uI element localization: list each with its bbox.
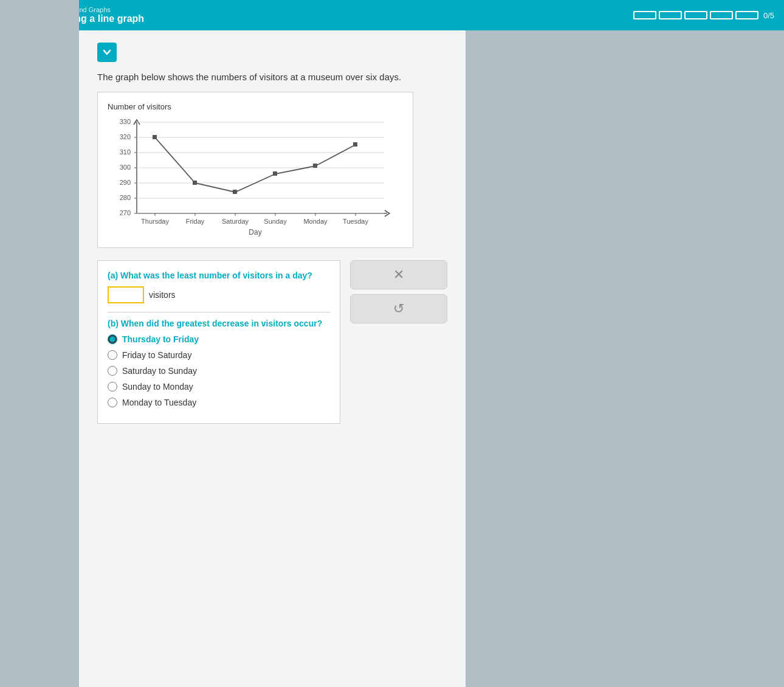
svg-text:Sunday: Sunday: [264, 218, 287, 225]
graph-container: Number of visitors: [97, 92, 413, 248]
option-label-friday-saturday: Friday to Saturday: [122, 350, 191, 360]
svg-text:Thursday: Thursday: [141, 218, 169, 225]
svg-text:270: 270: [120, 209, 131, 216]
progress-seg-5: [735, 11, 758, 19]
option-sunday-monday[interactable]: Sunday to Monday: [108, 382, 330, 392]
option-label-monday-tuesday: Monday to Tuesday: [122, 398, 196, 407]
option-monday-tuesday[interactable]: Monday to Tuesday: [108, 398, 330, 407]
questions-row: (a) What was the least number of visitor…: [97, 260, 447, 424]
radio-monday-tuesday[interactable]: [108, 398, 117, 407]
sidebar: [0, 0, 79, 687]
collapse-button[interactable]: [97, 43, 117, 62]
svg-text:Monday: Monday: [303, 218, 328, 225]
svg-text:Friday: Friday: [186, 218, 205, 225]
radio-friday-saturday[interactable]: [108, 350, 117, 360]
graph-title: Number of visitors: [108, 102, 403, 111]
question-b-label: (b) When did the greatest decrease in vi…: [108, 319, 330, 328]
svg-rect-38: [233, 190, 237, 194]
question-box: (a) What was the least number of visitor…: [97, 260, 340, 424]
progress-seg-4: [710, 11, 733, 19]
progress-container: 0/5: [633, 11, 774, 20]
svg-text:300: 300: [120, 164, 131, 171]
svg-text:330: 330: [120, 118, 131, 125]
progress-segments: [633, 11, 758, 19]
visitors-input[interactable]: [108, 286, 144, 303]
svg-text:290: 290: [120, 179, 131, 186]
svg-text:320: 320: [120, 133, 131, 140]
question-divider: [108, 312, 330, 312]
option-label-saturday-sunday: Saturday to Sunday: [122, 366, 197, 376]
radio-sunday-monday[interactable]: [108, 382, 117, 392]
svg-rect-39: [273, 171, 277, 176]
progress-seg-2: [659, 11, 682, 19]
svg-rect-37: [193, 181, 197, 185]
progress-seg-1: [633, 11, 656, 19]
content-panel: The graph below shows the numbers of vis…: [79, 30, 466, 687]
progress-seg-3: [684, 11, 707, 19]
question-a-label: (a) What was the least number of visitor…: [108, 271, 330, 280]
progress-score: 0/5: [763, 11, 774, 20]
intro-text: The graph below shows the numbers of vis…: [97, 72, 447, 82]
option-label-thursday-friday: Thursday to Friday: [122, 334, 199, 344]
svg-rect-41: [353, 142, 357, 147]
svg-rect-36: [153, 135, 157, 139]
visitors-unit: visitors: [149, 290, 176, 300]
reset-button[interactable]: ↺: [350, 294, 447, 323]
radio-saturday-sunday[interactable]: [108, 366, 117, 376]
clear-button[interactable]: ✕: [350, 260, 447, 289]
action-buttons: ✕ ↺: [350, 260, 447, 323]
option-thursday-friday[interactable]: Thursday to Friday: [108, 334, 330, 344]
top-bar: Measurement and Graphs Interpreting a li…: [0, 0, 784, 30]
line-graph: 270 280 290 300 310 320 330: [108, 116, 399, 238]
answer-row: visitors: [108, 286, 330, 303]
svg-text:310: 310: [120, 148, 131, 156]
svg-text:Saturday: Saturday: [222, 218, 249, 225]
svg-text:Day: Day: [249, 228, 261, 236]
svg-text:280: 280: [120, 194, 131, 201]
option-friday-saturday[interactable]: Friday to Saturday: [108, 350, 330, 360]
option-saturday-sunday[interactable]: Saturday to Sunday: [108, 366, 330, 376]
option-label-sunday-monday: Sunday to Monday: [122, 382, 193, 392]
svg-rect-40: [313, 164, 317, 168]
svg-text:Tuesday: Tuesday: [343, 218, 368, 225]
radio-thursday-friday[interactable]: [108, 334, 117, 344]
